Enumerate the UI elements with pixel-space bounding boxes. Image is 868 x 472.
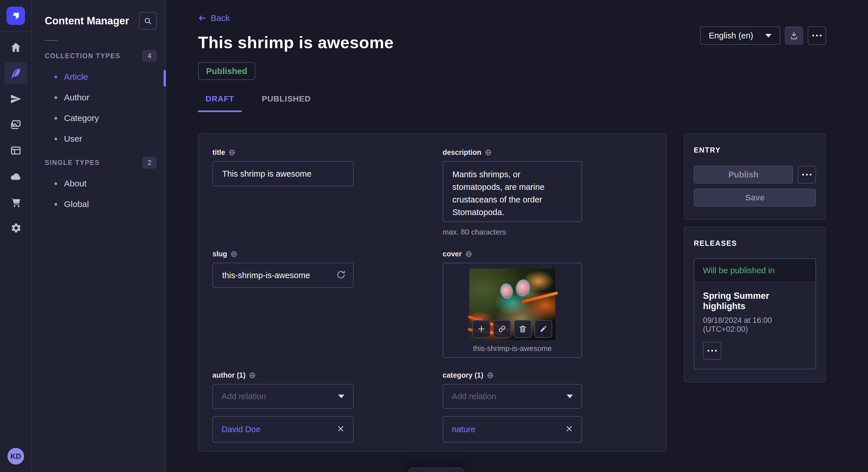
back-link[interactable]: Back (198, 13, 230, 23)
description-textarea[interactable]: Mantis shrimps, or stomatopods, are mari… (443, 161, 582, 222)
remove-relation-icon[interactable] (337, 425, 344, 434)
field-label-text: author (1) (212, 371, 245, 379)
ellipsis-icon (708, 350, 717, 351)
relation-placeholder: Add relation (222, 392, 266, 401)
download-icon (789, 31, 798, 40)
cover-field-box: this-shrimp-is-awesome (443, 263, 582, 358)
content-type-builder-icon[interactable] (5, 139, 27, 162)
relation-link[interactable]: David Doe (222, 425, 260, 434)
active-item-indicator (164, 70, 166, 87)
single-types-list: About Global (32, 173, 165, 214)
field-label-text: slug (212, 250, 227, 258)
cover-toolbar (472, 320, 552, 338)
release-status: Will be published in (694, 259, 815, 283)
edit-asset-button[interactable] (534, 320, 552, 338)
save-button[interactable]: Save (694, 189, 816, 206)
description-hint: max. 80 characters (443, 228, 582, 237)
author-relation-select[interactable]: Add relation (212, 384, 353, 409)
download-button[interactable] (785, 26, 803, 45)
sidebar-divider (45, 40, 57, 41)
delete-asset-button[interactable] (514, 320, 532, 338)
sidebar-item-author[interactable]: Author (32, 87, 165, 108)
release-card: Will be published in Spring Summer highl… (694, 258, 816, 369)
section-count-badge: 4 (143, 50, 157, 62)
sidebar-item-about[interactable]: About (32, 173, 165, 194)
main-nav-rail: KD (0, 0, 32, 472)
field-description: description Mantis shrimps, or stomatopo… (443, 148, 582, 237)
pencil-icon (539, 325, 547, 333)
sidebar-item-label: Article (64, 72, 88, 82)
media-library-icon[interactable] (5, 113, 27, 136)
cloud-icon[interactable] (5, 165, 27, 188)
sidebar-item-label: Global (64, 199, 89, 209)
sidebar-item-article[interactable]: Article (32, 67, 165, 87)
top-actions: English (en) (700, 26, 826, 45)
ellipsis-icon (802, 174, 811, 175)
chevron-down-icon (567, 395, 573, 398)
tab-published[interactable]: PUBLISHED (254, 94, 318, 112)
bullet-icon (55, 96, 57, 99)
avatar[interactable]: KD (7, 448, 24, 465)
bottom-partial-pill[interactable] (408, 467, 465, 472)
content-row: title description Mantis shrimps, or sto… (198, 133, 826, 452)
sidebar-item-user[interactable]: User (32, 129, 165, 149)
field-label-text: title (212, 148, 225, 157)
side-panels: ENTRY Publish Save RELEASES Will be publ… (684, 133, 826, 382)
search-button[interactable] (139, 12, 157, 30)
collection-types-list: Article Author Category User (32, 67, 165, 149)
category-relation-item: nature (443, 416, 582, 442)
locale-value: English (en) (709, 31, 753, 40)
releases-send-icon[interactable] (5, 88, 27, 110)
releases-panel: RELEASES Will be published in Spring Sum… (684, 227, 826, 382)
locale-select[interactable]: English (en) (700, 26, 780, 45)
sidebar-item-global[interactable]: Global (32, 194, 165, 214)
globe-icon (487, 372, 494, 379)
sidebar-item-label: About (64, 179, 86, 189)
strapi-logo[interactable] (7, 7, 25, 25)
entry-panel: ENTRY Publish Save (684, 133, 826, 220)
entry-more-button[interactable] (798, 166, 816, 183)
copy-link-button[interactable] (493, 320, 511, 338)
release-more-button[interactable] (703, 342, 721, 360)
release-date: 09/18/2024 at 16:00 (UTC+02:00) (703, 316, 807, 334)
chevron-down-icon (765, 34, 772, 38)
relation-link[interactable]: nature (452, 425, 475, 434)
field-cover: cover (443, 250, 582, 358)
header-more-button[interactable] (808, 26, 826, 45)
regenerate-slug-icon[interactable] (336, 270, 346, 281)
tab-draft[interactable]: DRAFT (198, 94, 242, 112)
category-relation-select[interactable]: Add relation (443, 384, 582, 409)
entry-heading: ENTRY (694, 146, 816, 154)
field-label: category (1) (443, 371, 582, 379)
settings-gear-icon[interactable] (5, 217, 27, 239)
section-collection-types: COLLECTION TYPES 4 (32, 50, 165, 62)
bullet-icon (55, 138, 57, 140)
sidebar-item-category[interactable]: Category (32, 108, 165, 129)
trash-icon (519, 325, 527, 333)
add-asset-button[interactable] (472, 320, 490, 338)
globe-icon (228, 149, 236, 156)
publish-button[interactable]: Publish (694, 166, 793, 183)
section-count-badge: 2 (143, 157, 157, 169)
slug-input[interactable] (212, 263, 353, 288)
home-icon[interactable] (5, 36, 27, 59)
field-label: author (1) (212, 371, 353, 379)
field-author: author (1) Add relation David Doe (212, 371, 353, 442)
page-title: Content Manager (45, 15, 129, 27)
bullet-icon (55, 76, 57, 78)
remove-relation-icon[interactable] (565, 425, 573, 434)
field-category: category (1) Add relation nature (443, 371, 582, 442)
ellipsis-icon (812, 35, 822, 36)
field-label: slug (212, 250, 353, 258)
bullet-icon (55, 203, 57, 206)
field-label: description (443, 148, 582, 157)
title-input[interactable] (212, 161, 353, 187)
section-single-types: SINGLE TYPES 2 (32, 157, 165, 169)
marketplace-cart-icon[interactable] (5, 191, 27, 213)
shrimp-eye (499, 282, 515, 300)
releases-heading: RELEASES (694, 239, 816, 247)
content-manager-icon[interactable] (5, 62, 27, 84)
arrow-left-icon (198, 14, 207, 22)
sidebar: Content Manager COLLECTION TYPES 4 Artic… (32, 0, 166, 472)
section-label: COLLECTION TYPES (45, 52, 120, 60)
